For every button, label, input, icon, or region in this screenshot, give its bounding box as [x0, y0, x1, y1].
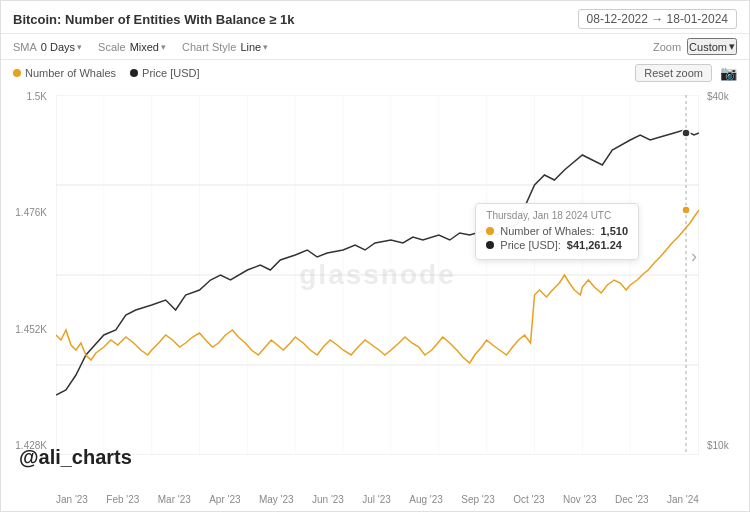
- scale-group: Scale Mixed ▾: [98, 41, 166, 53]
- zoom-label: Zoom: [653, 41, 681, 53]
- tooltip-key-price: Price [USD]:: [500, 239, 561, 251]
- x-label-nov23: Nov '23: [563, 494, 597, 505]
- x-label-may23: May '23: [259, 494, 294, 505]
- x-label-aug23: Aug '23: [409, 494, 443, 505]
- tooltip-row-0: Number of Whales: 1,510: [486, 225, 628, 237]
- svg-point-20: [682, 206, 690, 214]
- legend-item-price: Price [USD]: [130, 67, 199, 79]
- sma-select[interactable]: 0 Days ▾: [41, 41, 82, 53]
- nav-arrow-right[interactable]: ›: [691, 246, 697, 267]
- scale-select[interactable]: Mixed ▾: [130, 41, 166, 53]
- legend-label-whales: Number of Whales: [25, 67, 116, 79]
- tooltip-dot-whales: [486, 227, 494, 235]
- x-label-dec23: Dec '23: [615, 494, 649, 505]
- legend-bar: Number of Whales Price [USD] Reset zoom …: [1, 60, 749, 86]
- x-label-sep23: Sep '23: [461, 494, 495, 505]
- x-label-apr23: Apr '23: [209, 494, 240, 505]
- reset-zoom-button[interactable]: Reset zoom: [635, 64, 712, 82]
- chart-title: Bitcoin: Number of Entities With Balance…: [13, 12, 295, 27]
- chart-style-group: Chart Style Line ▾: [182, 41, 268, 53]
- y-right-label-1: $10k: [707, 440, 729, 451]
- main-container: Bitcoin: Number of Entities With Balance…: [0, 0, 750, 512]
- tooltip-dot-price: [486, 241, 494, 249]
- tooltip-val-whales: 1,510: [600, 225, 628, 237]
- legend-dot-price: [130, 69, 138, 77]
- legend-label-price: Price [USD]: [142, 67, 199, 79]
- y-left-label-0: 1.5K: [26, 91, 47, 102]
- x-label-feb23: Feb '23: [106, 494, 139, 505]
- chart-svg: [56, 95, 699, 455]
- price-line: [56, 130, 699, 395]
- date-range: 08-12-2022 → 18-01-2024: [578, 9, 737, 29]
- tooltip-row-1: Price [USD]: $41,261.24: [486, 239, 628, 251]
- chart-style-select[interactable]: Line ▾: [240, 41, 268, 53]
- tooltip-val-price: $41,261.24: [567, 239, 622, 251]
- zoom-select[interactable]: Custom ▾: [687, 38, 737, 55]
- tooltip-key-whales: Number of Whales:: [500, 225, 594, 237]
- x-axis: Jan '23 Feb '23 Mar '23 Apr '23 May '23 …: [56, 494, 699, 505]
- scale-label: Scale: [98, 41, 126, 53]
- branding: @ali_charts: [19, 446, 132, 469]
- y-axis-right: $40k $10k: [701, 91, 749, 451]
- x-label-oct23: Oct '23: [513, 494, 544, 505]
- toolbar: SMA 0 Days ▾ Scale Mixed ▾ Chart Style L…: [1, 34, 749, 60]
- svg-point-21: [682, 129, 690, 137]
- x-label-mar23: Mar '23: [158, 494, 191, 505]
- camera-icon[interactable]: 📷: [720, 65, 737, 81]
- sma-group: SMA 0 Days ▾: [13, 41, 82, 53]
- y-left-label-1: 1.476K: [15, 207, 47, 218]
- chart-style-label: Chart Style: [182, 41, 236, 53]
- header: Bitcoin: Number of Entities With Balance…: [1, 1, 749, 34]
- y-left-label-2: 1.452K: [15, 324, 47, 335]
- tooltip-box: Thursday, Jan 18 2024 UTC Number of Whal…: [475, 203, 639, 260]
- x-label-jun23: Jun '23: [312, 494, 344, 505]
- zoom-section: Zoom Custom ▾: [653, 38, 737, 55]
- y-right-label-0: $40k: [707, 91, 729, 102]
- y-axis-left: 1.5K 1.476K 1.452K 1.428K: [1, 91, 53, 451]
- tooltip-title: Thursday, Jan 18 2024 UTC: [486, 210, 628, 221]
- sma-label: SMA: [13, 41, 37, 53]
- x-label-jul23: Jul '23: [362, 494, 391, 505]
- x-label-jan24: Jan '24: [667, 494, 699, 505]
- legend-item-whales: Number of Whales: [13, 67, 116, 79]
- legend-dot-whales: [13, 69, 21, 77]
- x-label-jan23: Jan '23: [56, 494, 88, 505]
- chart-area: glassnode Thursday, Jan 18 2024 UTC Numb…: [56, 95, 699, 455]
